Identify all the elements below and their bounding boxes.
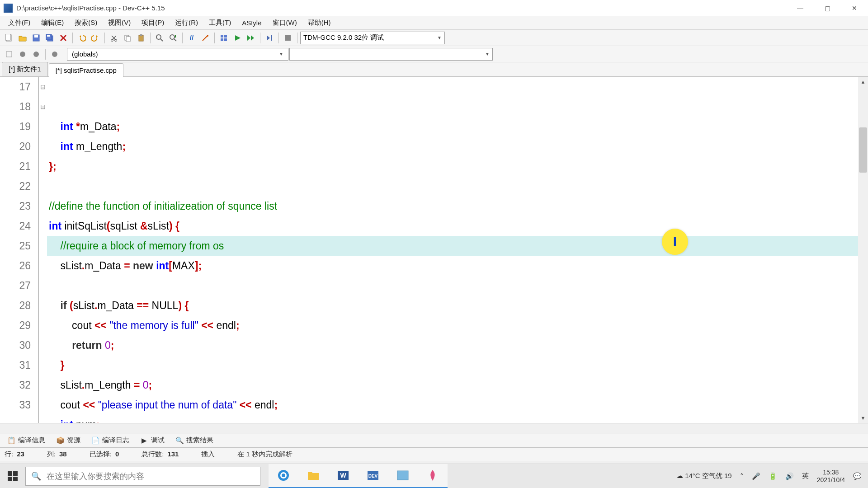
- compile-run-icon[interactable]: [245, 32, 257, 44]
- start-button[interactable]: [0, 464, 25, 488]
- uncomment-icon[interactable]: [199, 32, 212, 44]
- svg-rect-10: [126, 37, 130, 42]
- separator: [260, 33, 260, 43]
- menu-astyle[interactable]: AStyle: [236, 17, 267, 28]
- taskbar-search[interactable]: 🔍 在这里输入你要搜索的内容: [25, 467, 260, 486]
- svg-rect-17: [221, 38, 223, 41]
- menu-project[interactable]: 项目(P): [136, 17, 170, 29]
- scroll-up-icon[interactable]: ▲: [858, 77, 868, 87]
- status-bar: 行:23 列:38 已选择:0 总行数:131 插入 在 1 秒内完成解析: [0, 447, 868, 461]
- chevron-down-icon: ▼: [485, 52, 490, 56]
- minimize-button[interactable]: —: [787, 0, 814, 16]
- chevron-down-icon: ▼: [437, 35, 442, 40]
- status-column: 列:38: [47, 450, 67, 459]
- horizontal-scrollbar[interactable]: [0, 423, 868, 433]
- debug-step-icon[interactable]: [263, 32, 276, 44]
- replace-icon[interactable]: [167, 32, 179, 44]
- maximize-button[interactable]: ▢: [814, 0, 841, 16]
- separator: [278, 33, 279, 43]
- line-gutter: 1718192021222324252627282930313233: [0, 77, 39, 423]
- close-file-icon[interactable]: [57, 32, 70, 44]
- btab-resources[interactable]: 📦资源: [52, 434, 85, 446]
- code-area[interactable]: int *m_Data; int m_Length;};//define the…: [47, 77, 868, 423]
- svg-rect-19: [271, 35, 272, 41]
- weather-widget[interactable]: ☁ 14°C 空气优 19: [676, 472, 732, 480]
- task-devcpp[interactable]: DEV: [358, 464, 388, 488]
- svg-text:W: W: [340, 472, 346, 479]
- scroll-down-icon[interactable]: ▼: [858, 413, 868, 423]
- svg-rect-6: [47, 35, 50, 37]
- next-bookmark-icon[interactable]: [30, 48, 42, 61]
- scope-select[interactable]: (globals) ▼: [67, 48, 288, 61]
- window-title: D:\practise\c++\sqlistPractise.cpp - Dev…: [16, 4, 787, 12]
- search-icon: 🔍: [31, 471, 41, 481]
- scroll-thumb[interactable]: [859, 127, 867, 173]
- search-icon: 🔍: [175, 436, 184, 445]
- tab-newfile[interactable]: [*] 新文件1: [2, 62, 48, 76]
- task-app2[interactable]: [418, 464, 448, 488]
- task-explorer[interactable]: [298, 464, 328, 488]
- tray-notifications-icon[interactable]: 💬: [853, 472, 862, 480]
- compiler-select[interactable]: TDM-GCC 9.2.0 32位 调试 ▼: [300, 32, 445, 44]
- tray-clock[interactable]: 15:38 2021/10/4: [817, 469, 845, 484]
- status-insert-mode: 插入: [201, 450, 215, 459]
- bookmark-icon[interactable]: [3, 48, 15, 61]
- status-line: 行:23: [5, 450, 24, 459]
- paste-icon[interactable]: [135, 32, 147, 44]
- run-icon[interactable]: [231, 32, 244, 44]
- vertical-scrollbar[interactable]: ▲ ▼: [858, 77, 868, 423]
- svg-rect-20: [285, 35, 291, 41]
- btab-debug[interactable]: ▶调试: [136, 434, 169, 446]
- new-file-icon[interactable]: [3, 32, 15, 44]
- tray-volume-icon[interactable]: 🔊: [785, 472, 794, 480]
- menu-window[interactable]: 窗口(W): [267, 17, 302, 29]
- redo-icon[interactable]: [89, 32, 102, 44]
- menu-edit[interactable]: 编辑(E): [36, 17, 69, 29]
- separator: [104, 33, 105, 43]
- member-select[interactable]: ▼: [289, 48, 493, 61]
- log-icon: 📄: [91, 436, 99, 445]
- undo-icon[interactable]: [75, 32, 88, 44]
- svg-point-27: [282, 474, 285, 477]
- menu-file[interactable]: 文件(F): [3, 17, 36, 29]
- compile-icon[interactable]: [217, 32, 230, 44]
- close-button[interactable]: ✕: [841, 0, 868, 16]
- tray-ime[interactable]: 英: [802, 472, 809, 480]
- debug-icon[interactable]: [48, 48, 61, 61]
- separator: [150, 33, 151, 43]
- copy-icon[interactable]: [121, 32, 134, 44]
- svg-rect-18: [224, 38, 227, 41]
- title-bar: D:\practise\c++\sqlistPractise.cpp - Dev…: [0, 0, 868, 16]
- svg-point-13: [156, 35, 161, 39]
- menu-help[interactable]: 帮助(H): [302, 17, 336, 29]
- menu-tools[interactable]: 工具(T): [203, 17, 236, 29]
- code-editor[interactable]: 1718192021222324252627282930313233 ⊟⊟ in…: [0, 77, 868, 423]
- menu-run[interactable]: 运行(R): [170, 17, 203, 29]
- btab-compile-log[interactable]: 📄编译日志: [87, 434, 134, 446]
- tray-chevron-icon[interactable]: ˄: [740, 472, 744, 480]
- separator: [297, 33, 297, 43]
- open-file-icon[interactable]: [16, 32, 29, 44]
- task-edge[interactable]: [269, 464, 298, 488]
- task-word[interactable]: W: [328, 464, 358, 488]
- save-all-icon[interactable]: [43, 32, 56, 44]
- task-app1[interactable]: [388, 464, 418, 488]
- save-icon[interactable]: [30, 32, 42, 44]
- find-icon[interactable]: [153, 32, 166, 44]
- cut-icon[interactable]: [108, 32, 120, 44]
- svg-rect-1: [5, 34, 10, 40]
- comment-icon[interactable]: //: [185, 32, 198, 44]
- tray-mic-icon[interactable]: 🎤: [752, 472, 760, 480]
- goto-bookmark-icon[interactable]: [16, 48, 29, 61]
- menu-search[interactable]: 搜索(S): [69, 17, 103, 29]
- stop-icon[interactable]: [282, 32, 294, 44]
- status-total-lines: 总行数:131: [142, 450, 179, 459]
- menu-view[interactable]: 视图(V): [103, 17, 136, 29]
- fold-column[interactable]: ⊟⊟: [39, 77, 47, 423]
- btab-compile-info[interactable]: 📋编译信息: [3, 434, 50, 446]
- tray-battery-icon[interactable]: 🔋: [769, 472, 777, 480]
- separator: [72, 33, 73, 43]
- svg-rect-32: [397, 471, 408, 480]
- btab-search-results[interactable]: 🔍搜索结果: [171, 434, 218, 446]
- tab-sqlistpractise[interactable]: [*] sqlistPractise.cpp: [49, 63, 123, 77]
